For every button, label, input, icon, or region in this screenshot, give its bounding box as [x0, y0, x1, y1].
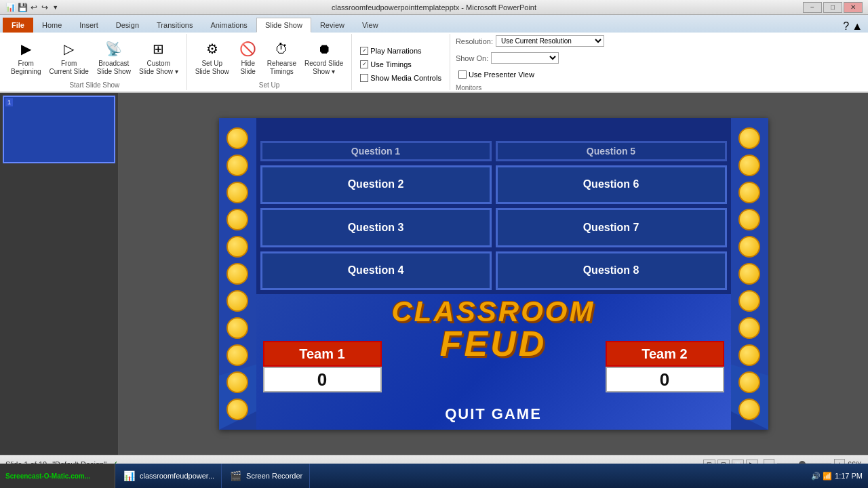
narrations-label: Play Narrations: [370, 47, 421, 55]
dropdown-icon[interactable]: ▼: [51, 1, 60, 14]
narrations-check-icon: [360, 47, 368, 55]
screencast-logo: Screencast-O-Matic.com...: [0, 464, 115, 488]
question-8-label: Question 8: [583, 264, 639, 277]
from-beginning-button[interactable]: ▶ FromBeginning: [8, 37, 43, 77]
dot-right-10: [738, 371, 760, 393]
use-timings-checkbox[interactable]: Use Timings: [357, 59, 414, 70]
team1-score: 0: [263, 367, 382, 392]
question-8-button[interactable]: Question 8: [496, 251, 727, 291]
dot-right-11: [738, 399, 760, 420]
hide-icon: 🚫: [237, 38, 259, 60]
rehearse-icon: ⏱: [271, 38, 292, 60]
dot-left-6: [226, 263, 248, 285]
main-area: 1: [0, 93, 868, 455]
tab-file[interactable]: File: [3, 18, 33, 33]
question-5-button[interactable]: Question 5: [496, 141, 727, 161]
taskbar-app-recorder[interactable]: 🎬 Screen Recorder: [222, 464, 310, 488]
question-2-button[interactable]: Question 2: [260, 165, 492, 205]
minimize-ribbon-icon[interactable]: ▲: [852, 20, 863, 33]
slide-thumbnail-1[interactable]: 1: [3, 96, 115, 163]
setup-icon: ⚙: [201, 38, 223, 60]
question-1-label: Question 1: [351, 146, 400, 157]
dot-left-1: [226, 127, 248, 149]
title-bar: 📊 💾 ↩ ↪ ▼ classroomfeudpowerpointtemplat…: [0, 0, 868, 15]
quit-game-button[interactable]: QUIT GAME: [445, 405, 542, 423]
record-button[interactable]: ⏺ Record SlideShow ▾: [302, 37, 346, 77]
show-media-controls-checkbox[interactable]: Show Media Controls: [357, 73, 444, 83]
dot-right-7: [738, 290, 760, 312]
team2-score-value: 0: [660, 369, 669, 390]
save-icon[interactable]: 💾: [18, 1, 28, 14]
show-on-select[interactable]: [491, 52, 559, 64]
maximize-button[interactable]: □: [823, 2, 842, 13]
redo-icon[interactable]: ↪: [41, 1, 50, 14]
powerpoint-app-label: classroomfeudpower...: [140, 472, 214, 480]
from-current-slide-button[interactable]: ▷ FromCurrent Slide: [46, 37, 91, 77]
timings-label: Use Timings: [370, 60, 412, 68]
resolution-label: Resolution:: [456, 37, 493, 45]
teams-row: Team 1 0 Team 2 0: [256, 341, 731, 392]
team1-name-button[interactable]: Team 1: [263, 341, 382, 367]
play-narrations-checkbox[interactable]: Play Narrations: [357, 45, 424, 56]
question-4-label: Question 4: [348, 264, 404, 277]
broadcast-button[interactable]: 📡 BroadcastSlide Show: [94, 37, 134, 77]
team2-name-button[interactable]: Team 2: [606, 341, 724, 367]
monitors-label: Monitors: [456, 83, 481, 92]
window-title: classroomfeudpowerpointtemplatepptx - Mi…: [332, 3, 536, 12]
dot-right-2: [738, 155, 760, 176]
tab-view[interactable]: View: [353, 18, 387, 33]
custom-slideshow-button[interactable]: ⊞ CustomSlide Show ▾: [136, 37, 181, 77]
tab-slideshow[interactable]: Slide Show: [256, 18, 311, 33]
undo-icon[interactable]: ↩: [30, 1, 39, 14]
broadcast-icon: 📡: [103, 38, 125, 60]
dot-left-10: [226, 371, 248, 393]
question-6-button[interactable]: Question 6: [496, 165, 727, 205]
timings-check-icon: [360, 60, 368, 68]
from-current-icon: ▷: [58, 38, 80, 60]
from-current-label: FromCurrent Slide: [49, 60, 88, 76]
presenter-label: Use Presenter View: [469, 70, 534, 79]
slide-view-area: Question 1 Question 5 Question 2 Questio…: [119, 93, 868, 455]
dot-left-7: [226, 290, 248, 312]
system-icons: 🔊 📶: [811, 472, 832, 481]
question-4-button[interactable]: Question 4: [260, 251, 492, 291]
team2-block: Team 2 0: [606, 341, 724, 392]
setup-slideshow-button[interactable]: ⚙ Set UpSlide Show: [193, 37, 232, 77]
resolution-select[interactable]: Use Current Resolution: [496, 35, 604, 47]
dot-right-9: [738, 344, 760, 366]
hide-slide-button[interactable]: 🚫 HideSlide: [235, 37, 262, 77]
question-7-button[interactable]: Question 7: [496, 208, 727, 247]
tab-animations[interactable]: Animations: [201, 18, 256, 33]
record-label: Record SlideShow ▾: [304, 60, 343, 76]
help-icon[interactable]: ?: [843, 20, 849, 33]
taskbar: Screencast-O-Matic.com... 📊 classroomfeu…: [0, 464, 868, 488]
dot-left-2: [226, 155, 248, 176]
question-6-label: Question 6: [583, 178, 639, 190]
ribbon-content: ▶ FromBeginning ▷ FromCurrent Slide 📡 Br…: [0, 33, 868, 92]
minimize-button[interactable]: −: [803, 2, 822, 13]
close-button[interactable]: ✕: [844, 2, 863, 13]
ribbon-group-monitors: Resolution: Use Current Resolution Show …: [450, 34, 610, 90]
rehearse-button[interactable]: ⏱ RehearseTimings: [264, 37, 299, 77]
tab-design[interactable]: Design: [107, 18, 148, 33]
tab-insert[interactable]: Insert: [71, 18, 107, 33]
question-3-button[interactable]: Question 3: [260, 208, 492, 247]
question-1-button[interactable]: Question 1: [260, 141, 492, 161]
tab-review[interactable]: Review: [311, 18, 353, 33]
quit-game-label: QUIT GAME: [445, 405, 542, 422]
hide-label: HideSlide: [241, 60, 256, 76]
dot-left-9: [226, 344, 248, 366]
presenter-view-checkbox[interactable]: Use Presenter View: [456, 69, 537, 80]
clock: 1:17 PM: [835, 472, 863, 480]
taskbar-app-powerpoint[interactable]: 📊 classroomfeudpower...: [115, 464, 222, 488]
tab-home[interactable]: Home: [33, 18, 71, 33]
presenter-check-icon: [458, 70, 467, 79]
team1-block: Team 1 0: [263, 341, 382, 392]
ribbon-group-setup: ⚙ Set UpSlide Show 🚫 HideSlide ⏱ Rehears…: [187, 34, 353, 90]
media-check-icon: [360, 74, 368, 82]
record-icon: ⏺: [313, 38, 335, 60]
tab-transitions[interactable]: Transitions: [148, 18, 201, 33]
dot-left-3: [226, 182, 248, 203]
screencast-label: Screencast-O-Matic.com...: [5, 472, 90, 480]
ribbon-group-options: Play Narrations Use Timings Show Media C…: [352, 34, 450, 90]
